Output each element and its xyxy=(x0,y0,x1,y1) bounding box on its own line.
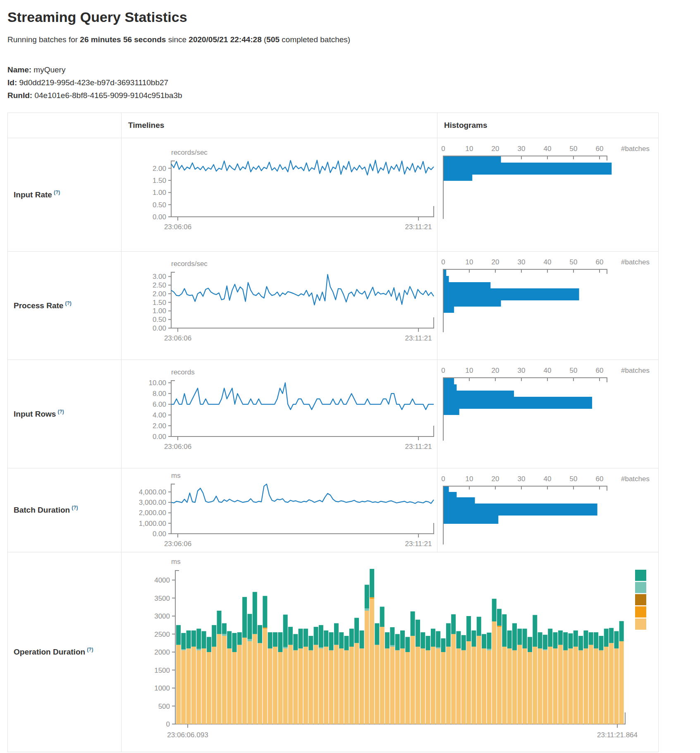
query-id-value: 9d0dd219-995d-423e-b97d-36931110bb27 xyxy=(17,78,168,87)
svg-text:0.00: 0.00 xyxy=(153,213,166,221)
svg-text:2500: 2500 xyxy=(154,631,170,638)
svg-text:40: 40 xyxy=(544,367,552,374)
query-name-value: myQuery xyxy=(31,65,65,74)
batch-duration-timeline-cell: ms0.001,000.002,000.003,000.004,000.0023… xyxy=(121,468,437,552)
svg-text:23:06:06: 23:06:06 xyxy=(164,334,191,342)
row-label-batch-duration: Batch Duration(?) xyxy=(8,468,121,552)
query-id-label: Id: xyxy=(7,78,17,87)
svg-text:23:06:06: 23:06:06 xyxy=(164,223,191,231)
row-label-process-rate: Process Rate(?) xyxy=(8,252,121,360)
process-rate-timeline-cell: records/sec0.000.501.001.502.002.503.002… xyxy=(121,252,437,360)
svg-text:0.00: 0.00 xyxy=(153,433,166,441)
streaming-statistics-page: Streaming Query Statistics Running batch… xyxy=(7,5,694,752)
batch-duration-histogram-cell: 0102030405060#batches xyxy=(437,468,658,552)
input-rows-timeline-cell: records0.002.004.006.008.0010.0023:06:06… xyxy=(121,360,437,468)
summary-prefix: Running batches for xyxy=(7,35,80,44)
process-rate-histogram-chart: 0102030405060#batches xyxy=(437,252,658,360)
help-icon[interactable]: (?) xyxy=(57,409,64,415)
operation-duration-stacked-chart: ms0500100015002000250030003500400023:06:… xyxy=(122,552,658,752)
svg-text:40: 40 xyxy=(544,475,552,483)
svg-text:10: 10 xyxy=(466,367,473,374)
help-icon[interactable]: (?) xyxy=(87,647,93,652)
operation-duration-chart-cell: ms0500100015002000250030003500400023:06:… xyxy=(121,552,658,752)
svg-text:60: 60 xyxy=(596,258,604,266)
svg-text:2.00: 2.00 xyxy=(153,422,166,430)
legend-swatch-gold xyxy=(635,594,646,605)
svg-text:#batches: #batches xyxy=(621,258,650,266)
svg-text:0: 0 xyxy=(166,720,170,728)
metric-label: Input Rate xyxy=(14,190,52,199)
svg-text:20: 20 xyxy=(492,367,499,374)
summary-batch-count: 505 xyxy=(266,35,280,44)
svg-text:23:11:21: 23:11:21 xyxy=(405,540,432,548)
svg-text:20: 20 xyxy=(492,258,499,266)
svg-text:50: 50 xyxy=(570,475,578,483)
svg-text:0.50: 0.50 xyxy=(153,316,166,324)
query-runid-value: 04e101e6-8bf8-4165-9099-9104c951ba3b xyxy=(32,91,182,100)
table-row-input-rate: Input Rate(?) records/sec0.000.501.001.5… xyxy=(8,138,658,251)
query-meta: Name: myQuery Id: 9d0dd219-995d-423e-b97… xyxy=(7,63,694,102)
query-runid-label: RunId: xyxy=(7,91,32,100)
svg-text:10: 10 xyxy=(466,475,473,483)
svg-text:0.00: 0.00 xyxy=(153,530,166,538)
svg-text:3,000.00: 3,000.00 xyxy=(139,499,166,506)
help-icon[interactable]: (?) xyxy=(54,189,60,195)
legend-swatch-orange xyxy=(635,607,646,618)
svg-text:#batches: #batches xyxy=(621,475,650,483)
legend-swatch-teal xyxy=(635,570,646,581)
svg-text:10.00: 10.00 xyxy=(148,379,166,387)
table-row-process-rate: Process Rate(?) records/sec0.000.501.001… xyxy=(8,251,658,360)
input-rate-timeline-cell: records/sec0.000.501.001.502.0023:06:062… xyxy=(121,138,437,251)
row-label-input-rate: Input Rate(?) xyxy=(8,138,121,251)
svg-text:50: 50 xyxy=(570,258,578,266)
svg-text:records/sec: records/sec xyxy=(171,149,208,156)
summary-paren: ( xyxy=(262,35,267,44)
input-rows-histogram-chart: 0102030405060#batches xyxy=(437,360,658,468)
svg-text:23:11:21: 23:11:21 xyxy=(405,334,432,342)
help-icon[interactable]: (?) xyxy=(65,300,71,306)
metric-label: Process Rate xyxy=(14,301,63,310)
svg-text:0: 0 xyxy=(441,258,445,266)
row-label-input-rows: Input Rows(?) xyxy=(8,360,121,468)
input-rate-histogram-cell: 0102030405060#batches xyxy=(437,138,658,251)
svg-text:1000: 1000 xyxy=(154,684,170,692)
legend-swatch-tan xyxy=(635,619,646,630)
svg-text:10: 10 xyxy=(466,258,473,266)
svg-text:50: 50 xyxy=(570,145,578,153)
svg-text:4,000.00: 4,000.00 xyxy=(139,488,166,496)
header-histograms: Histograms xyxy=(437,113,658,138)
process-rate-histogram-cell: 0102030405060#batches xyxy=(437,252,658,360)
svg-text:23:06:06.093: 23:06:06.093 xyxy=(167,731,208,739)
row-label-operation-duration: Operation Duration(?) xyxy=(8,552,121,752)
table-row-batch-duration: Batch Duration(?) ms0.001,000.002,000.00… xyxy=(8,468,658,552)
svg-text:23:06:06: 23:06:06 xyxy=(164,443,191,451)
input-rate-histogram-chart: 0102030405060#batches xyxy=(437,138,658,251)
svg-text:30: 30 xyxy=(518,367,526,374)
svg-text:1,000.00: 1,000.00 xyxy=(139,520,166,528)
statistics-table: Timelines Histograms Input Rate(?) recor… xyxy=(7,113,659,752)
svg-text:20: 20 xyxy=(492,145,499,153)
help-icon[interactable]: (?) xyxy=(72,505,78,511)
summary-duration: 26 minutes 56 seconds xyxy=(80,35,166,44)
svg-text:#batches: #batches xyxy=(621,145,650,153)
input-rows-timeline-chart: records0.002.004.006.008.0010.0023:06:06… xyxy=(122,360,437,468)
svg-text:1500: 1500 xyxy=(154,667,170,674)
svg-text:60: 60 xyxy=(596,475,604,483)
svg-text:30: 30 xyxy=(518,475,526,483)
svg-text:500: 500 xyxy=(158,703,170,710)
legend-swatch-light_teal xyxy=(635,582,646,593)
svg-text:40: 40 xyxy=(544,258,552,266)
svg-text:1.50: 1.50 xyxy=(153,177,166,185)
metric-label: Batch Duration xyxy=(14,506,70,515)
input-rows-histogram-cell: 0102030405060#batches xyxy=(437,360,658,468)
svg-text:1.00: 1.00 xyxy=(153,189,166,197)
svg-text:1.50: 1.50 xyxy=(153,299,166,307)
query-runid-line: RunId: 04e101e6-8bf8-4165-9099-9104c951b… xyxy=(7,89,694,102)
page-title: Streaming Query Statistics xyxy=(7,9,694,25)
svg-text:23:11:21: 23:11:21 xyxy=(405,443,432,451)
svg-text:1.00: 1.00 xyxy=(153,307,166,315)
table-header-row: Timelines Histograms xyxy=(8,113,658,138)
table-row-operation-duration: Operation Duration(?) ms0500100015002000… xyxy=(8,552,658,752)
svg-text:23:06:06: 23:06:06 xyxy=(164,540,191,548)
svg-text:30: 30 xyxy=(518,145,526,153)
